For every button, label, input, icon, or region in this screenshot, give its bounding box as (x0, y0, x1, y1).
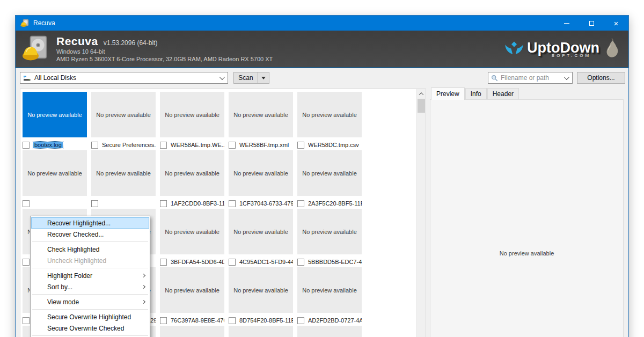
file-cell: No preview available5BBBDD5B-EDC7-4... (297, 209, 362, 267)
scrollbar[interactable] (416, 89, 426, 337)
menu-item-secure-overwrite-checked[interactable]: Secure Overwrite Checked (31, 323, 149, 334)
menu-item-view-mode[interactable]: View mode (31, 296, 149, 307)
thumbnail-tile[interactable]: No preview available (297, 267, 362, 313)
file-name[interactable]: 8D754F20-8BF5-11E... (239, 317, 293, 324)
thumbnail-tile[interactable]: No preview available (297, 150, 362, 196)
menu-item-recover-highlighted[interactable]: Recover Highlighted... (31, 217, 149, 229)
file-checkbox[interactable] (160, 142, 167, 149)
menu-item-secure-overwrite-highlighted[interactable]: Secure Overwrite Highlighted (31, 311, 149, 323)
drive-selector-value: All Local Disks (34, 74, 76, 82)
maximize-button[interactable] (579, 16, 604, 31)
thumbnail-tile[interactable]: No preview available (229, 267, 293, 313)
titlebar: Recuva × (16, 16, 628, 31)
file-checkbox[interactable] (160, 317, 167, 324)
no-preview-text: No preview available (165, 229, 219, 235)
file-cell: No preview availableWER58AE.tmp.WE... (160, 92, 224, 150)
file-name[interactable]: 4C95ADC1-5FD9-44... (239, 259, 293, 265)
recuva-window: Recuva × Recuva v1.53. (15, 15, 629, 337)
thumbnail-tile[interactable]: No preview available (160, 326, 224, 337)
file-cell: No preview available76C397A8-9E8E-470... (160, 267, 224, 326)
thumbnail-tile[interactable]: No preview available (160, 209, 224, 254)
file-checkbox[interactable] (297, 142, 304, 149)
options-button[interactable]: Options... (577, 72, 625, 84)
file-name[interactable]: 2A3F5C20-8BF5-11E... (308, 200, 362, 207)
thumbnail-tile[interactable]: No preview available (91, 150, 156, 196)
file-checkbox[interactable] (91, 142, 98, 149)
file-name[interactable]: 76C397A8-9E8E-470... (171, 317, 224, 324)
file-name[interactable]: WER58AE.tmp.WE... (171, 142, 224, 148)
uptodown-text: UptoDown SOFT.COM (527, 40, 599, 58)
file-cell: No preview available8D754F20-8BF5-11E... (229, 267, 293, 326)
file-checkbox[interactable] (23, 317, 30, 324)
thumbnail-tile[interactable]: No preview available (23, 150, 87, 196)
thumbnail-tile[interactable]: No preview available (297, 326, 362, 337)
file-checkbox[interactable] (23, 259, 30, 266)
search-input[interactable]: Filename or path (488, 72, 573, 84)
hardware-info: AMD Ryzen 5 3600XT 6-Core Processor, 32.… (56, 55, 273, 63)
file-checkbox[interactable] (297, 317, 304, 324)
file-checkbox[interactable] (297, 259, 304, 266)
file-name[interactable]: AD2FD2BD-0727-4A... (308, 317, 362, 324)
file-name[interactable]: WER58BF.tmp.xml (239, 142, 289, 148)
file-name[interactable]: 5BBBDD5B-EDC7-4... (308, 259, 362, 265)
scroll-up-button[interactable] (417, 89, 426, 98)
no-preview-text: No preview available (96, 112, 151, 118)
file-checkbox[interactable] (23, 142, 30, 149)
close-button[interactable]: × (604, 16, 628, 31)
menu-item-uncheck-highlighted: Uncheck Highlighted (31, 255, 149, 266)
file-cell: No preview available1CF37043-6733-479... (229, 150, 293, 209)
search-placeholder: Filename or path (501, 74, 549, 82)
file-checkbox[interactable] (91, 200, 98, 207)
thumbnail-tile[interactable]: No preview available (229, 209, 293, 254)
thumbnail-tile[interactable]: No preview available (160, 92, 224, 137)
thumbnail-tile[interactable]: No preview available (160, 267, 224, 313)
file-name[interactable]: 1AF2CDD0-8BF3-11... (171, 200, 224, 207)
file-name[interactable]: 1CF37043-6733-479... (239, 200, 293, 207)
no-preview-text: No preview available (27, 170, 82, 177)
menu-item-label: Sort by... (47, 283, 72, 291)
file-checkbox[interactable] (160, 259, 167, 266)
context-menu: Recover Highlighted...Recover Checked...… (30, 216, 150, 337)
tab-preview[interactable]: Preview (431, 87, 465, 100)
thumbnail-tile[interactable]: No preview available (297, 92, 362, 137)
no-preview-text: No preview available (165, 287, 219, 294)
preview-placeholder: No preview available (500, 250, 554, 257)
file-name-row: 2A3F5C20-8BF5-11E... (297, 199, 362, 208)
menu-item-highlight-folder[interactable]: Highlight Folder (31, 270, 149, 281)
tab-info[interactable]: Info (465, 88, 487, 100)
file-name[interactable]: Secure Preferences... (102, 142, 156, 148)
no-preview-text: No preview available (233, 112, 288, 118)
thumbnail-tile[interactable]: No preview available (229, 326, 293, 337)
file-checkbox[interactable] (23, 200, 30, 207)
recuva-app-icon (20, 19, 29, 27)
thumbnail-tile[interactable]: No preview available (229, 150, 293, 196)
drive-selector[interactable]: All Local Disks (20, 72, 228, 84)
pear-icon (605, 38, 621, 60)
minimize-button[interactable] (554, 16, 579, 31)
submenu-arrow-icon (142, 300, 145, 304)
file-checkbox[interactable] (297, 200, 304, 207)
scan-button[interactable]: Scan (233, 72, 258, 84)
file-checkbox[interactable] (160, 200, 167, 207)
thumbnail-tile[interactable]: No preview available (91, 92, 156, 137)
file-name[interactable]: WER58DC.tmp.csv (308, 142, 359, 148)
file-name[interactable]: 3BFDFA54-5DD6-4D... (171, 259, 224, 265)
file-checkbox[interactable] (229, 200, 236, 207)
file-checkbox[interactable] (229, 142, 236, 149)
file-cell: No preview available (91, 150, 156, 209)
file-checkbox[interactable] (229, 259, 236, 266)
thumbnail-tile[interactable]: No preview available (229, 92, 293, 137)
menu-item-label: Recover Highlighted... (47, 219, 111, 227)
tab-header[interactable]: Header (487, 88, 519, 100)
scan-dropdown-button[interactable] (258, 72, 269, 84)
menu-item-sort-by[interactable]: Sort by... (31, 281, 149, 292)
menu-item-check-highlighted[interactable]: Check Highlighted (31, 244, 149, 255)
file-checkbox[interactable] (229, 317, 236, 324)
thumbnail-tile[interactable]: No preview available (297, 209, 362, 254)
scroll-thumb[interactable] (418, 99, 425, 113)
file-name[interactable]: bootex.log (33, 142, 63, 148)
thumbnail-tile[interactable]: No preview available (160, 150, 224, 196)
menu-item-recover-checked[interactable]: Recover Checked... (31, 229, 149, 240)
file-cell: No preview available1AF2CDD0-8BF3-11... (160, 150, 224, 209)
thumbnail-tile[interactable]: No preview available (23, 92, 87, 137)
